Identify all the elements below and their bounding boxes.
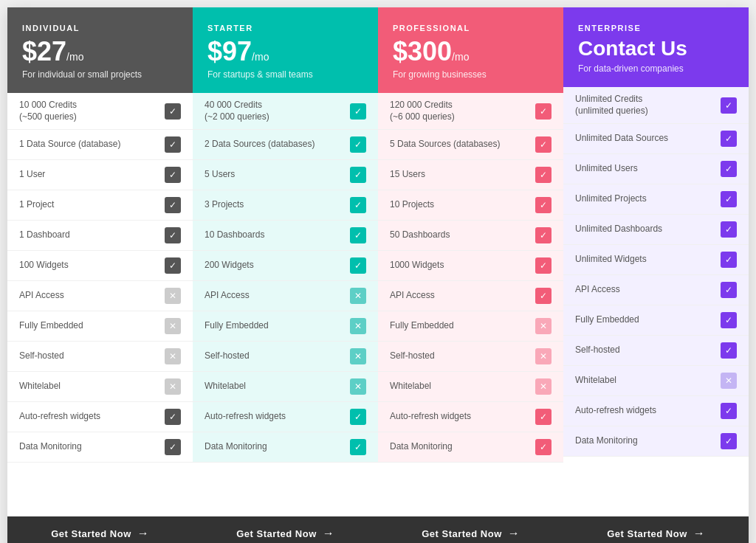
feature-row: 10 000 Credits (~500 queries)✓ <box>7 93 193 130</box>
check-yes-icon: ✓ <box>350 409 366 425</box>
check-yes-icon: ✓ <box>721 342 737 359</box>
feature-label: Unlimited Data Sources <box>575 133 668 145</box>
plan-enterprise: ENTERPRISEContact UsFor data-driven comp… <box>563 7 749 543</box>
feature-row: 10 Projects✓ <box>378 190 563 221</box>
cta-button-enterprise[interactable]: Get Started Now <box>607 528 687 539</box>
check-yes-icon: ✓ <box>721 312 737 328</box>
check-no-icon: ✕ <box>535 348 551 364</box>
feature-label: Whitelabel <box>390 381 431 392</box>
check-yes-icon: ✓ <box>350 197 366 213</box>
feature-label: 200 Widgets <box>205 260 254 272</box>
plan-price-professional: $300/mo <box>393 38 549 65</box>
feature-label: Self-hosted <box>575 345 620 356</box>
feature-label: Unlimited Dashboards <box>575 224 662 235</box>
check-yes-icon: ✓ <box>535 136 551 153</box>
feature-label: Data Monitoring <box>390 441 453 453</box>
feature-row: 1 User✓ <box>7 160 193 190</box>
check-yes-icon: ✓ <box>165 439 181 455</box>
feature-row: 10 Dashboards✓ <box>193 221 378 251</box>
feature-row: Self-hosted✕ <box>193 342 378 372</box>
feature-row: Fully Embedded✓ <box>563 305 749 336</box>
feature-label: Fully Embedded <box>205 320 269 332</box>
feature-label: Auto-refresh widgets <box>575 405 656 417</box>
feature-row: Self-hosted✓ <box>563 336 749 366</box>
feature-label: 1 Data Source (database) <box>19 139 120 151</box>
plan-header-starter: STARTER$97/moFor startups & small teams <box>193 7 378 93</box>
plan-footer-starter: Get Started Now→ <box>193 516 378 543</box>
check-yes-icon: ✓ <box>721 433 737 449</box>
feature-label: Whitelabel <box>19 381 61 392</box>
feature-label: Unlimited Users <box>575 163 638 175</box>
feature-row: Fully Embedded✕ <box>378 311 563 342</box>
feature-label: 10 Dashboards <box>205 229 264 241</box>
plan-name-enterprise: ENTERPRISE <box>578 24 734 32</box>
check-yes-icon: ✓ <box>535 167 551 183</box>
feature-label: Self-hosted <box>205 350 250 362</box>
feature-label: 100 Widgets <box>19 260 69 272</box>
check-yes-icon: ✓ <box>350 136 366 153</box>
feature-label: 1 Project <box>19 199 54 211</box>
feature-row: Whitelabel✕ <box>7 372 193 402</box>
feature-label: Whitelabel <box>205 381 246 392</box>
plan-individual: INDIVIDUAL$27/moFor individual or small … <box>7 7 193 543</box>
feature-row: Unlimited Dashboards✓ <box>563 215 749 245</box>
features-list-professional: 120 000 Credits (~6 000 queries)✓5 Data … <box>378 93 563 516</box>
plan-price-enterprise: Contact Us <box>578 38 734 59</box>
plan-starter: STARTER$97/moFor startups & small teams4… <box>193 7 378 543</box>
arrow-icon: → <box>323 527 334 540</box>
check-yes-icon: ✓ <box>350 167 366 183</box>
feature-label: API Access <box>205 290 250 302</box>
check-yes-icon: ✓ <box>350 103 366 120</box>
feature-row: 1000 Widgets✓ <box>378 251 563 281</box>
feature-row: Unlimited Credits (unlimited queries)✓ <box>563 87 749 124</box>
plan-professional: PROFESSIONAL$300/moFor growing businesse… <box>378 7 563 543</box>
check-yes-icon: ✓ <box>535 227 551 243</box>
feature-row: Auto-refresh widgets✓ <box>7 402 193 432</box>
cta-button-starter[interactable]: Get Started Now <box>236 528 317 539</box>
cta-button-professional[interactable]: Get Started Now <box>422 528 502 539</box>
feature-label: Unlimited Credits (unlimited queries) <box>575 94 648 117</box>
feature-row: Auto-refresh widgets✓ <box>193 402 378 432</box>
feature-label: 10 000 Credits (~500 queries) <box>19 100 77 122</box>
feature-row: 1 Project✓ <box>7 190 193 221</box>
feature-label: Self-hosted <box>19 350 64 362</box>
feature-label: Auto-refresh widgets <box>205 411 286 423</box>
feature-row: 5 Users✓ <box>193 160 378 190</box>
feature-label: API Access <box>19 290 64 302</box>
plan-footer-enterprise: Get Started Now→ <box>563 516 749 543</box>
feature-row: Data Monitoring✓ <box>7 432 193 463</box>
plan-footer-professional: Get Started Now→ <box>378 516 563 543</box>
check-yes-icon: ✓ <box>721 97 737 114</box>
feature-label: 1 Dashboard <box>19 229 70 241</box>
features-list-starter: 40 000 Credits (~2 000 queries)✓2 Data S… <box>193 93 378 516</box>
feature-row: 120 000 Credits (~6 000 queries)✓ <box>378 93 563 130</box>
check-yes-icon: ✓ <box>350 257 366 274</box>
check-no-icon: ✕ <box>350 348 366 364</box>
feature-row: 3 Projects✓ <box>193 190 378 221</box>
check-no-icon: ✕ <box>165 378 181 395</box>
check-yes-icon: ✓ <box>165 227 181 243</box>
cta-button-individual[interactable]: Get Started Now <box>51 528 131 539</box>
plan-price-starter: $97/mo <box>207 38 363 65</box>
feature-row: Unlimited Data Sources✓ <box>563 124 749 154</box>
plan-price-individual: $27/mo <box>22 38 178 65</box>
check-no-icon: ✕ <box>165 348 181 364</box>
feature-label: 5 Users <box>205 169 235 181</box>
check-no-icon: ✕ <box>165 288 181 304</box>
check-yes-icon: ✓ <box>721 161 737 177</box>
plan-subtitle-enterprise: For data-driven companies <box>578 63 734 74</box>
check-yes-icon: ✓ <box>535 197 551 213</box>
feature-label: 2 Data Sources (databases) <box>205 139 315 151</box>
plan-subtitle-starter: For startups & small teams <box>207 69 363 80</box>
feature-label: 10 Projects <box>390 199 434 211</box>
feature-label: Auto-refresh widgets <box>390 411 471 423</box>
feature-row: 15 Users✓ <box>378 160 563 190</box>
feature-label: 120 000 Credits (~6 000 queries) <box>390 100 455 122</box>
feature-label: Fully Embedded <box>390 320 454 332</box>
feature-row: Whitelabel✕ <box>563 366 749 396</box>
feature-row: 50 Dashboards✓ <box>378 221 563 251</box>
check-no-icon: ✕ <box>165 318 181 334</box>
feature-row: 40 000 Credits (~2 000 queries)✓ <box>193 93 378 130</box>
check-yes-icon: ✓ <box>165 197 181 213</box>
arrow-icon: → <box>693 527 705 540</box>
